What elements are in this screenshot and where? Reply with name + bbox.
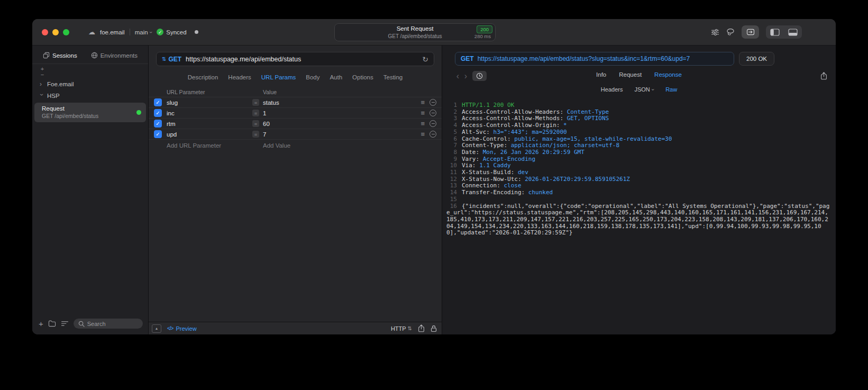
param-value[interactable]: 7: [263, 131, 266, 138]
remove-row-icon[interactable]: [430, 110, 436, 116]
chevron-right-icon: ›: [40, 80, 44, 88]
summary-title: Sent Request: [397, 25, 434, 32]
add-param-placeholder[interactable]: Add URL Parameter: [167, 142, 252, 149]
request-tab-url-params[interactable]: URL Params: [261, 74, 296, 80]
new-request-button[interactable]: +: [39, 319, 43, 328]
param-value[interactable]: 1: [263, 110, 266, 116]
share-icon[interactable]: [418, 324, 425, 332]
response-tab-response[interactable]: Response: [654, 71, 682, 78]
sort-filter-icon[interactable]: [61, 321, 69, 326]
param-row[interactable]: ✓ slug = status ≡: [149, 97, 442, 108]
search-icon: [78, 321, 85, 327]
param-value[interactable]: status: [263, 99, 279, 106]
request-tab-body[interactable]: Body: [306, 74, 319, 80]
add-param-row[interactable]: Add URL Parameter Add Value: [149, 140, 442, 151]
zoom-window-button[interactable]: [63, 29, 69, 35]
tree-item-hsp[interactable]: › HSP: [32, 90, 148, 102]
line-number: 11: [446, 169, 457, 176]
refresh-icon[interactable]: ↻: [422, 55, 428, 64]
param-name[interactable]: upd: [167, 131, 252, 138]
sliders-icon[interactable]: [711, 29, 719, 36]
param-name[interactable]: slug: [167, 99, 252, 106]
response-tab-info[interactable]: Info: [596, 71, 606, 78]
request-method: GET: [168, 56, 181, 63]
unsaved-dot-icon: [195, 30, 198, 34]
branch-selector[interactable]: main ›: [135, 29, 152, 35]
param-name[interactable]: inc: [167, 110, 252, 116]
bottom-panel-toggle-icon[interactable]: [784, 29, 802, 36]
response-subtab-json[interactable]: JSON›: [634, 86, 654, 93]
lock-icon[interactable]: [431, 325, 437, 332]
param-value[interactable]: 60: [263, 121, 270, 127]
params-rows: ✓ slug = status ≡ ✓ inc = 1 ≡ ✓ rtm = 60…: [149, 97, 442, 140]
sidebar-tabs: Sessions Environments: [32, 46, 148, 64]
tab-sessions[interactable]: Sessions: [43, 52, 77, 59]
sidebar-request-item[interactable]: Request GET /api/embed/status: [34, 103, 146, 122]
remove-row-icon[interactable]: [430, 120, 436, 127]
request-tab-options[interactable]: Options: [352, 74, 373, 80]
param-row[interactable]: ✓ rtm = 60 ≡: [149, 119, 442, 129]
check-icon: ✓: [154, 109, 162, 117]
param-row[interactable]: ✓ inc = 1 ≡: [149, 108, 442, 119]
expand-panel-button[interactable]: ▴: [152, 324, 161, 333]
remove-row-icon[interactable]: [430, 99, 436, 106]
app-window: ☁ foe.email main › ✓ Synced Sent Request…: [32, 19, 836, 334]
row-menu-icon[interactable]: ≡: [421, 99, 425, 106]
row-menu-icon[interactable]: ≡: [421, 110, 425, 116]
line-number: 8: [446, 149, 457, 156]
sync-status[interactable]: ✓ Synced: [157, 29, 186, 35]
import-export-icon[interactable]: [742, 25, 759, 39]
param-checkbox[interactable]: ✓: [154, 109, 162, 117]
add-item-button[interactable]: +: [39, 66, 45, 71]
request-url-bar[interactable]: ⇅ GET https://statuspage.me/api/embed/st…: [156, 52, 434, 66]
request-tab-testing[interactable]: Testing: [383, 74, 403, 80]
response-line: 14Transfer-Encoding: chunked: [446, 189, 830, 196]
preview-button[interactable]: </> Preview: [167, 325, 197, 332]
response-subtab-headers[interactable]: Headers: [601, 86, 623, 93]
request-url[interactable]: https://statuspage.me/api/embed/status: [186, 56, 301, 63]
sidebar-search-input[interactable]: Search: [74, 319, 143, 329]
equals-icon: =: [252, 99, 259, 106]
sync-check-icon: ✓: [157, 29, 163, 35]
new-folder-icon[interactable]: [48, 320, 56, 327]
remove-row-icon[interactable]: [430, 131, 436, 138]
param-row[interactable]: ✓ upd = 7 ≡: [149, 129, 442, 140]
param-checkbox[interactable]: ✓: [154, 98, 162, 106]
project-name[interactable]: foe.email: [100, 29, 125, 35]
param-checkbox[interactable]: ✓: [154, 130, 162, 138]
response-nav: ‹ › InfoRequestResponse: [442, 66, 836, 81]
close-window-button[interactable]: [42, 29, 48, 35]
request-summary[interactable]: Sent Request 200 GET /api/embed/status 2…: [334, 23, 496, 41]
request-tab-headers[interactable]: Headers: [228, 74, 251, 80]
url-params-table: URL Parameter Value ✓ slug = status ≡ ✓ …: [149, 87, 442, 151]
request-tab-auth[interactable]: Auth: [330, 74, 342, 80]
response-url-bar[interactable]: GET https://statuspage.me/api/embed/stat…: [455, 52, 734, 66]
column-header-parameter: URL Parameter: [167, 89, 252, 95]
request-item-title: Request: [42, 105, 98, 112]
response-method: GET: [461, 55, 474, 62]
lasso-icon[interactable]: [726, 28, 735, 36]
line-number: 1: [446, 102, 457, 109]
response-tab-request[interactable]: Request: [619, 71, 642, 78]
remove-item-button[interactable]: −: [39, 72, 45, 77]
response-body[interactable]: 1HTTP/1.1 200 OK2Access-Control-Allow-He…: [442, 96, 836, 334]
request-status-dot: [136, 110, 141, 115]
sidebar-toggle-icon[interactable]: [766, 29, 784, 36]
sessions-icon: [43, 52, 50, 59]
row-menu-icon[interactable]: ≡: [421, 120, 425, 127]
param-name[interactable]: rtm: [167, 121, 252, 127]
protocol-selector[interactable]: HTTP ⇅: [391, 325, 412, 332]
cloud-icon: ☁: [88, 28, 95, 36]
row-menu-icon[interactable]: ≡: [421, 131, 425, 138]
line-number: 15: [446, 196, 457, 203]
response-line: 16{"incidents":null,"overall":{"code":"o…: [446, 203, 830, 237]
request-tab-description[interactable]: Description: [188, 74, 218, 80]
protocol-label: HTTP: [391, 325, 406, 332]
minimize-window-button[interactable]: [52, 29, 59, 35]
add-value-placeholder[interactable]: Add Value: [252, 142, 290, 149]
response-subtab-raw[interactable]: Raw: [665, 86, 677, 93]
method-selector[interactable]: ⇅ GET: [162, 56, 181, 63]
param-checkbox[interactable]: ✓: [154, 120, 162, 128]
tab-environments[interactable]: Environments: [91, 52, 138, 59]
tree-item-foe-email[interactable]: › Foe.email: [32, 78, 148, 90]
